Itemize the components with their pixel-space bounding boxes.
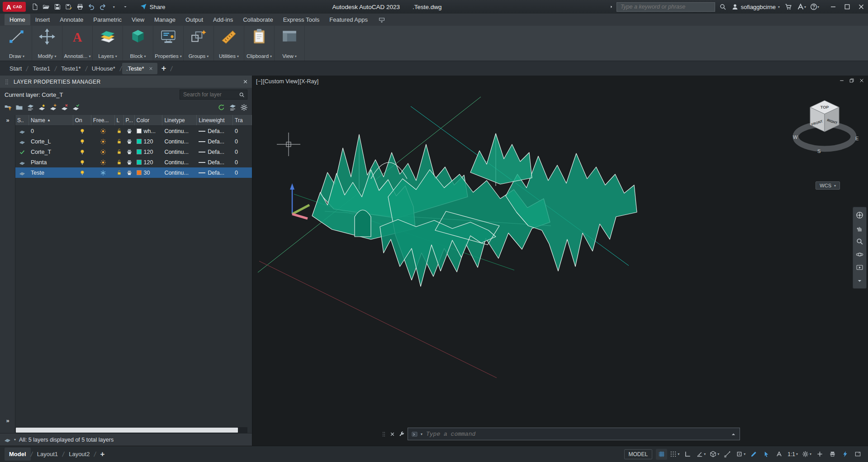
layer-lock-toggle[interactable] xyxy=(115,157,124,167)
open-folder-button[interactable] xyxy=(41,1,52,13)
column-header-s[interactable]: S.. xyxy=(15,115,29,125)
layer-freeze-toggle[interactable] xyxy=(91,126,115,136)
collapse-filters-button[interactable]: » xyxy=(6,117,9,124)
viewport-close-icon[interactable] xyxy=(859,78,864,83)
layer-plot-toggle[interactable] xyxy=(124,126,135,136)
command-history-caret-icon[interactable] xyxy=(730,431,736,437)
layer-color[interactable]: 120 xyxy=(135,136,163,147)
undo-button[interactable] xyxy=(86,1,97,13)
close-button[interactable] xyxy=(854,0,868,14)
plot-button[interactable] xyxy=(75,1,85,13)
view-cube[interactable]: W S E TOP FRONT RIGHT xyxy=(787,94,864,163)
layer-row[interactable]: 0wh...Continu...Defa...0 xyxy=(15,126,252,136)
layer-linetype[interactable]: Continu... xyxy=(162,147,197,157)
layer-status[interactable] xyxy=(15,157,29,167)
set-current-layer-button[interactable] xyxy=(72,104,80,113)
maximize-button[interactable] xyxy=(840,0,854,14)
new-drawing-tab-button[interactable]: + xyxy=(161,64,166,73)
layer-status[interactable] xyxy=(15,147,29,157)
layer-lineweight[interactable]: Defa... xyxy=(197,167,233,178)
close-tab-icon[interactable] xyxy=(148,66,153,71)
layer-transparency[interactable]: 0 xyxy=(233,147,252,157)
drawing-canvas[interactable]: [−] [Custom View] [X-Ray] W S E TOP FRON… xyxy=(252,76,868,446)
help-button[interactable]: ▾ xyxy=(809,1,820,13)
view-cube-graphic[interactable]: W S E TOP FRONT RIGHT xyxy=(787,94,864,162)
layer-on-toggle[interactable] xyxy=(73,126,91,136)
column-header-on[interactable]: On xyxy=(73,115,91,125)
layer-lineweight[interactable]: Defa... xyxy=(197,147,233,157)
nav-chevron-down-button[interactable] xyxy=(854,275,866,286)
layer-plot-toggle[interactable] xyxy=(124,147,135,157)
lineweight-display-button[interactable] xyxy=(748,449,759,460)
column-header-tra[interactable]: Tra xyxy=(233,115,252,125)
plot-button[interactable] xyxy=(827,449,838,460)
nav-magnifier-button[interactable] xyxy=(854,235,866,247)
expand-filters-button[interactable]: » xyxy=(6,417,9,424)
layer-freeze-toggle[interactable] xyxy=(91,157,115,167)
snap-mode-button[interactable]: ▾ xyxy=(669,449,681,460)
panel-label[interactable]: Layers▾ xyxy=(98,53,117,61)
polar-tracking-button[interactable]: ▾ xyxy=(695,449,707,460)
color-swatch[interactable] xyxy=(137,170,142,175)
nav-pan-hand-button[interactable] xyxy=(854,222,866,234)
workspace-switching-button[interactable]: ▾ xyxy=(801,449,813,460)
isometric-drafting-button[interactable]: ▾ xyxy=(708,449,721,460)
redo-button[interactable] xyxy=(97,1,108,13)
layer-row[interactable]: Planta120Continu...Defa...0 xyxy=(15,157,252,167)
column-header-lineweight[interactable]: Lineweight xyxy=(197,115,233,125)
new-layer-vp-frozen-button[interactable] xyxy=(49,104,57,113)
clean-screen-button[interactable] xyxy=(852,449,863,460)
app-store-cart-button[interactable] xyxy=(783,1,794,13)
ribbon-panel-properties[interactable]: Properties▾ xyxy=(153,26,184,61)
file-tab-UHouse-[interactable]: UHouse* xyxy=(88,63,119,74)
column-header-color[interactable]: Color xyxy=(135,115,163,125)
object-snap-tracking-button[interactable] xyxy=(722,449,733,460)
layer-linetype[interactable]: Continu... xyxy=(162,136,197,147)
help-search-input[interactable] xyxy=(620,3,712,10)
layer-linetype[interactable]: Continu... xyxy=(162,167,197,178)
color-swatch[interactable] xyxy=(137,139,142,144)
column-header-l[interactable]: L xyxy=(115,115,124,125)
layer-plot-toggle[interactable] xyxy=(124,157,135,167)
command-customize-icon[interactable] xyxy=(398,431,405,438)
share-button[interactable]: Share xyxy=(140,3,166,10)
ribbon-panel-annotati-[interactable]: A Annotati...▾ xyxy=(62,26,93,61)
visual-style-menu[interactable]: [X-Ray] xyxy=(300,78,319,85)
palette-close-icon[interactable] xyxy=(242,79,248,85)
new-layout-button[interactable]: + xyxy=(96,450,109,459)
ribbon-panel-clipboard[interactable]: Clipboard▾ xyxy=(244,26,275,61)
ribbon-tab-featured-apps[interactable]: Featured Apps xyxy=(324,14,373,25)
ribbon-tab-insert[interactable]: Insert xyxy=(30,14,55,25)
graphics-performance-button[interactable] xyxy=(840,449,851,460)
ribbon-panel-modify[interactable]: Modify▾ xyxy=(32,26,62,61)
save-as-button[interactable] xyxy=(63,1,74,13)
ribbon-panel-groups[interactable]: Groups▾ xyxy=(184,26,214,61)
ribbon-tab-add-ins[interactable]: Add-ins xyxy=(208,14,238,25)
layer-lock-toggle[interactable] xyxy=(115,126,124,136)
ribbon-tab-express-tools[interactable]: Express Tools xyxy=(278,14,325,25)
layer-transparency[interactable]: 0 xyxy=(233,167,252,178)
layer-on-toggle[interactable] xyxy=(73,136,91,147)
file-tab-Start[interactable]: Start xyxy=(5,63,26,74)
column-header-linetype[interactable]: Linetype xyxy=(162,115,197,125)
nav-nav-wheel-button[interactable] xyxy=(854,209,866,221)
file-tab--Teste-[interactable]: .Teste* xyxy=(122,63,157,74)
delete-layer-button[interactable] xyxy=(61,104,68,113)
wcs-dropdown[interactable]: WCS ▾ xyxy=(816,181,840,190)
ribbon-tab-annotate[interactable]: Annotate xyxy=(55,14,88,25)
layer-row[interactable]: Teste30Continu...Defa...0 xyxy=(15,167,252,178)
layer-on-toggle[interactable] xyxy=(73,167,91,178)
command-input[interactable] xyxy=(425,430,728,438)
command-grip-icon[interactable] xyxy=(381,431,387,437)
signed-in-user[interactable]: sofiaggbcirne ▾ xyxy=(730,3,781,10)
column-header-name[interactable]: Name▲ xyxy=(29,115,73,125)
layer-name[interactable]: Corte_L xyxy=(29,136,73,147)
viewport-controls-menu[interactable]: [−] xyxy=(256,78,262,85)
layer-on-toggle[interactable] xyxy=(73,147,91,157)
layout-tab-layout1[interactable]: Layout1 xyxy=(33,448,62,461)
ribbon-tab-home[interactable]: Home xyxy=(5,14,30,25)
scrollbar-thumb[interactable] xyxy=(16,428,238,433)
layer-lock-toggle[interactable] xyxy=(115,136,124,147)
layer-lock-toggle[interactable] xyxy=(115,147,124,157)
horizontal-scrollbar[interactable] xyxy=(15,427,247,433)
